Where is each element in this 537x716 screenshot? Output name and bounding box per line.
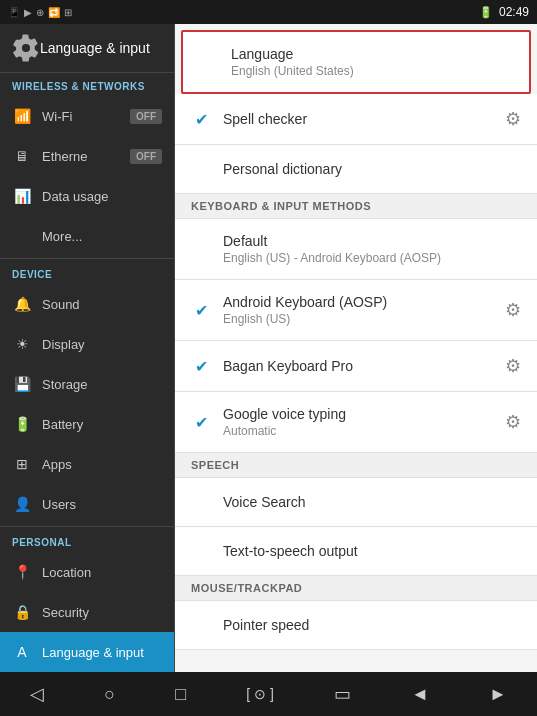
- ps-text: Pointer speed: [223, 617, 309, 633]
- sidebar-item-apps-label: Apps: [42, 457, 72, 472]
- sidebar-item-data-usage[interactable]: 📊 Data usage: [0, 176, 174, 216]
- sidebar-item-location[interactable]: 📍 Location: [0, 552, 174, 592]
- personal-dict-left: Personal dictionary: [191, 159, 342, 179]
- more-icon: [12, 226, 32, 246]
- content-item-default[interactable]: Default English (US) - Android Keyboard …: [175, 219, 537, 280]
- ps-left: Pointer speed: [191, 615, 309, 635]
- ps-check-spacer: [191, 615, 211, 635]
- gear-icon: [12, 34, 40, 62]
- sidebar-item-data-usage-label: Data usage: [42, 189, 109, 204]
- sidebar-item-security[interactable]: 🔒 Security: [0, 592, 174, 632]
- security-icon: 🔒: [12, 602, 32, 622]
- tts-title: Text-to-speech output: [223, 543, 358, 559]
- section-label-personal: PERSONAL: [0, 529, 174, 552]
- divider-personal: [0, 526, 174, 527]
- nav-recent-button[interactable]: □: [167, 676, 194, 713]
- ethernet-toggle[interactable]: OFF: [130, 149, 162, 164]
- sidebar-item-language-input[interactable]: A Language & input: [0, 632, 174, 672]
- status-bar-right: 🔋 02:49: [479, 5, 529, 19]
- content-item-tts[interactable]: Text-to-speech output: [175, 527, 537, 576]
- gvt-subtitle: Automatic: [223, 424, 346, 438]
- spell-checker-text: Spell checker: [223, 111, 307, 127]
- default-text: Default English (US) - Android Keyboard …: [223, 233, 441, 265]
- sidebar-item-battery[interactable]: 🔋 Battery: [0, 404, 174, 444]
- sidebar-item-more[interactable]: More...: [0, 216, 174, 256]
- content-item-google-voice-typing[interactable]: ✔ Google voice typing Automatic ⚙: [175, 392, 537, 453]
- personal-dict-check-spacer: [191, 159, 211, 179]
- sidebar-item-more-label: More...: [42, 229, 82, 244]
- vs-title: Voice Search: [223, 494, 306, 510]
- section-speech: SPEECH: [175, 453, 537, 478]
- sidebar-header-title: Language & input: [40, 40, 150, 56]
- default-title: Default: [223, 233, 441, 249]
- bagan-kb-check: ✔: [191, 356, 211, 376]
- sidebar-item-sound[interactable]: 🔔 Sound: [0, 284, 174, 324]
- sidebar-item-ethernet[interactable]: 🖥 Etherne OFF: [0, 136, 174, 176]
- sidebar-item-users[interactable]: 👤 Users: [0, 484, 174, 524]
- nav-home-button[interactable]: ○: [96, 676, 123, 713]
- content-item-voice-search[interactable]: Voice Search: [175, 478, 537, 527]
- sidebar-item-users-label: Users: [42, 497, 76, 512]
- language-text: Language English (United States): [231, 46, 354, 78]
- users-icon: 👤: [12, 494, 32, 514]
- content-item-personal-dictionary[interactable]: Personal dictionary: [175, 145, 537, 194]
- vs-check-spacer: [191, 492, 211, 512]
- nav-camera-button[interactable]: ▭: [326, 675, 359, 713]
- storage-icon: 💾: [12, 374, 32, 394]
- sidebar-item-wifi[interactable]: 📶 Wi-Fi OFF: [0, 96, 174, 136]
- android-kb-text: Android Keyboard (AOSP) English (US): [223, 294, 387, 326]
- content-item-spell-checker[interactable]: ✔ Spell checker ⚙: [175, 94, 537, 145]
- spell-checker-left: ✔ Spell checker: [191, 109, 307, 129]
- sidebar-item-sound-label: Sound: [42, 297, 80, 312]
- display-icon: ☀: [12, 334, 32, 354]
- section-label-wireless: WIRELESS & NETWORKS: [0, 73, 174, 96]
- status-bar: 📱 ▶ ⊕ 🔁 ⊞ 🔋 02:49: [0, 0, 537, 24]
- divider-device: [0, 258, 174, 259]
- personal-dict-title: Personal dictionary: [223, 161, 342, 177]
- sidebar-item-storage[interactable]: 💾 Storage: [0, 364, 174, 404]
- sidebar-item-apps[interactable]: ⊞ Apps: [0, 444, 174, 484]
- android-kb-settings-icon[interactable]: ⚙: [505, 299, 521, 321]
- bagan-kb-left: ✔ Bagan Keyboard Pro: [191, 356, 353, 376]
- personal-dict-text: Personal dictionary: [223, 161, 342, 177]
- sidebar-item-display-label: Display: [42, 337, 85, 352]
- ethernet-icon: 🖥: [12, 146, 32, 166]
- vs-text: Voice Search: [223, 494, 306, 510]
- section-label-device: DEVICE: [0, 261, 174, 284]
- sidebar-item-location-label: Location: [42, 565, 91, 580]
- content-item-bagan-keyboard[interactable]: ✔ Bagan Keyboard Pro ⚙: [175, 341, 537, 392]
- nav-back-button[interactable]: ◁: [22, 675, 52, 713]
- tts-check-spacer: [191, 541, 211, 561]
- content-item-android-keyboard[interactable]: ✔ Android Keyboard (AOSP) English (US) ⚙: [175, 280, 537, 341]
- clock: 02:49: [499, 5, 529, 19]
- content-area: Language English (United States) ✔ Spell…: [175, 24, 537, 672]
- battery-icon: 🔋: [12, 414, 32, 434]
- bagan-kb-settings-icon[interactable]: ⚙: [505, 355, 521, 377]
- sidebar-item-battery-label: Battery: [42, 417, 83, 432]
- content-item-language[interactable]: Language English (United States): [181, 30, 531, 94]
- ps-title: Pointer speed: [223, 617, 309, 633]
- wifi-icon: 📶: [12, 106, 32, 126]
- default-subtitle: English (US) - Android Keyboard (AOSP): [223, 251, 441, 265]
- bagan-kb-title: Bagan Keyboard Pro: [223, 358, 353, 374]
- gvt-settings-icon[interactable]: ⚙: [505, 411, 521, 433]
- section-keyboard: KEYBOARD & INPUT METHODS: [175, 194, 537, 219]
- sidebar: Language & input WIRELESS & NETWORKS 📶 W…: [0, 24, 175, 672]
- spell-checker-settings-icon[interactable]: ⚙: [505, 108, 521, 130]
- nav-vol-up-button[interactable]: ►: [481, 676, 515, 713]
- spell-checker-title: Spell checker: [223, 111, 307, 127]
- default-check-spacer: [191, 239, 211, 259]
- sidebar-header: Language & input: [0, 24, 174, 73]
- wifi-toggle[interactable]: OFF: [130, 109, 162, 124]
- android-kb-title: Android Keyboard (AOSP): [223, 294, 387, 310]
- nav-vol-down-button[interactable]: ◄: [403, 676, 437, 713]
- data-usage-icon: 📊: [12, 186, 32, 206]
- sidebar-item-display[interactable]: ☀ Display: [0, 324, 174, 364]
- gvt-text: Google voice typing Automatic: [223, 406, 346, 438]
- gvt-check: ✔: [191, 412, 211, 432]
- content-item-pointer-speed[interactable]: Pointer speed: [175, 601, 537, 650]
- sidebar-item-security-label: Security: [42, 605, 89, 620]
- nav-screenshot-button[interactable]: [ ⊙ ]: [238, 678, 282, 710]
- vs-left: Voice Search: [191, 492, 306, 512]
- sound-icon: 🔔: [12, 294, 32, 314]
